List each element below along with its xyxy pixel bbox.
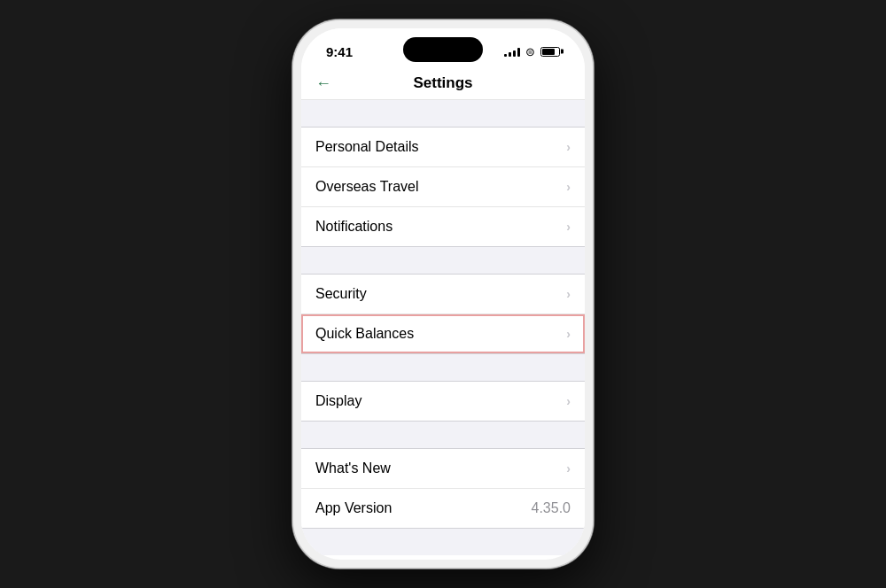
settings-label-quick-balances: Quick Balances	[315, 326, 414, 342]
settings-group-4: What's New › App Version 4.35.0	[301, 448, 585, 529]
settings-label-personal-details: Personal Details	[315, 139, 419, 155]
settings-item-notifications[interactable]: Notifications ›	[301, 207, 585, 246]
section-gap-2	[301, 247, 585, 274]
app-version-value: 4.35.0	[532, 500, 571, 516]
section-gap-4	[301, 422, 585, 448]
chevron-right-icon: ›	[566, 394, 571, 408]
navigation-header: ← Settings	[301, 67, 585, 100]
wifi-icon: ⊜	[525, 45, 535, 58]
phone-screen: 9:41 ⊜ ← Settings	[301, 28, 585, 560]
chevron-right-icon: ›	[566, 220, 571, 234]
settings-group-3: Display ›	[301, 381, 585, 422]
signal-icon	[504, 46, 520, 57]
settings-item-overseas-travel[interactable]: Overseas Travel ›	[301, 167, 585, 207]
settings-item-security[interactable]: Security ›	[301, 275, 585, 314]
page-title: Settings	[413, 74, 472, 92]
battery-icon	[540, 47, 560, 57]
settings-group-2: Security › Quick Balances ›	[301, 274, 585, 354]
settings-label-overseas-travel: Overseas Travel	[315, 179, 418, 195]
chevron-right-icon: ›	[566, 180, 571, 194]
settings-label-notifications: Notifications	[315, 219, 392, 235]
back-button[interactable]: ←	[315, 74, 331, 93]
settings-label-display: Display	[315, 393, 361, 409]
chevron-right-icon: ›	[566, 140, 571, 154]
status-time: 9:41	[326, 44, 353, 59]
settings-label-security: Security	[315, 286, 367, 302]
section-gap-3	[301, 354, 585, 381]
status-icons: ⊜	[504, 45, 560, 58]
settings-label-app-version: App Version	[315, 500, 392, 516]
settings-item-whats-new[interactable]: What's New ›	[301, 449, 585, 489]
section-gap-5	[301, 529, 585, 555]
settings-group-1: Personal Details › Overseas Travel › Not…	[301, 127, 585, 247]
section-gap-1	[301, 100, 585, 127]
dynamic-island	[403, 37, 483, 62]
phone-frame: 9:41 ⊜ ← Settings	[292, 19, 594, 569]
chevron-right-icon: ›	[566, 327, 571, 341]
settings-content: Personal Details › Overseas Travel › Not…	[301, 100, 585, 555]
settings-item-personal-details[interactable]: Personal Details ›	[301, 128, 585, 167]
chevron-right-icon: ›	[566, 287, 571, 301]
settings-label-whats-new: What's New	[315, 460, 391, 476]
settings-item-quick-balances[interactable]: Quick Balances ›	[301, 314, 585, 353]
chevron-right-icon: ›	[566, 461, 571, 476]
settings-item-app-version: App Version 4.35.0	[301, 489, 585, 528]
settings-item-display[interactable]: Display ›	[301, 382, 585, 421]
back-arrow-icon: ←	[315, 74, 331, 93]
